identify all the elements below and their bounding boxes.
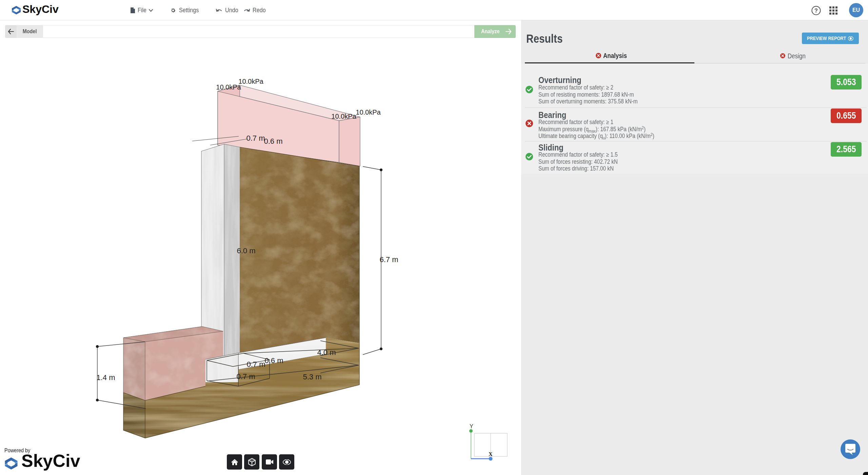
svg-text:0.6 m: 0.6 m [264, 137, 282, 145]
svg-text:Y: Y [470, 423, 473, 429]
svg-text:X: X [489, 451, 493, 457]
svg-text:0.7 m: 0.7 m [236, 372, 255, 381]
svg-text:10.0kPa: 10.0kPa [238, 78, 263, 85]
svg-text:0.6 m: 0.6 m [264, 356, 283, 365]
svg-text:1.4 m: 1.4 m [96, 373, 115, 382]
svg-text:0.7 m: 0.7 m [246, 360, 265, 369]
svg-text:4.0 m: 4.0 m [317, 348, 336, 357]
svg-text:0.7 m: 0.7 m [246, 134, 265, 142]
svg-text:10.0kPa: 10.0kPa [356, 108, 381, 116]
svg-text:6.0 m: 6.0 m [237, 246, 255, 255]
svg-text:10.0kPa: 10.0kPa [216, 83, 241, 91]
svg-text:10.0kPa: 10.0kPa [331, 113, 356, 120]
svg-text:5.3 m: 5.3 m [303, 373, 321, 381]
svg-text:?: ? [814, 8, 818, 14]
svg-text:6.7 m: 6.7 m [379, 255, 398, 264]
